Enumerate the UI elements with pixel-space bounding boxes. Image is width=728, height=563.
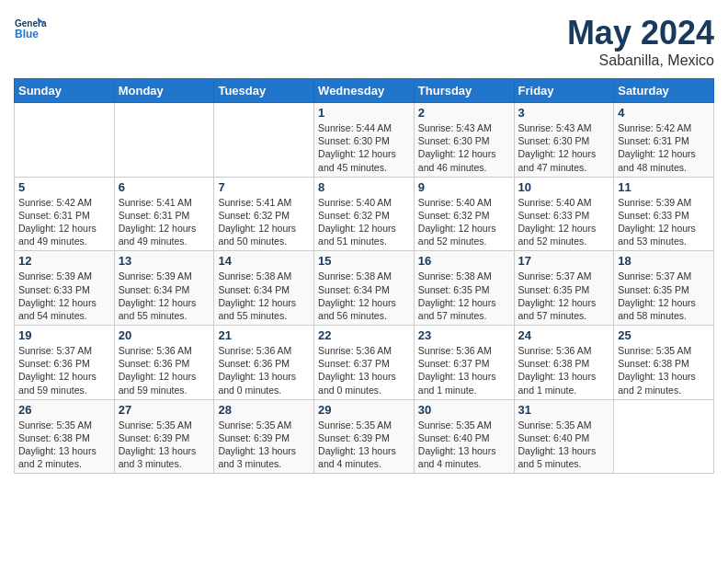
day-info: Sunrise: 5:35 AMSunset: 6:40 PMDaylight:… (418, 419, 510, 471)
calendar-cell: 8Sunrise: 5:40 AMSunset: 6:32 PMDaylight… (314, 177, 415, 251)
calendar-cell: 15Sunrise: 5:38 AMSunset: 6:34 PMDayligh… (314, 251, 415, 326)
day-number: 19 (18, 328, 110, 342)
page-header: General Blue May 2024 Sabanilla, Mexico (14, 14, 714, 69)
calendar-cell: 20Sunrise: 5:36 AMSunset: 6:36 PMDayligh… (114, 326, 214, 400)
day-info: Sunrise: 5:37 AMSunset: 6:35 PMDaylight:… (518, 270, 610, 322)
day-number: 4 (618, 106, 710, 120)
day-info: Sunrise: 5:35 AMSunset: 6:39 PMDaylight:… (119, 419, 210, 471)
day-number: 8 (318, 180, 410, 194)
day-info: Sunrise: 5:43 AMSunset: 6:30 PMDaylight:… (418, 121, 510, 174)
day-number: 18 (618, 254, 710, 268)
calendar-cell (214, 103, 314, 178)
calendar-cell: 1Sunrise: 5:44 AMSunset: 6:30 PMDaylight… (314, 103, 415, 178)
day-info: Sunrise: 5:38 AMSunset: 6:34 PMDaylight:… (318, 270, 410, 322)
calendar-cell: 14Sunrise: 5:38 AMSunset: 6:34 PMDayligh… (214, 251, 314, 326)
day-info: Sunrise: 5:36 AMSunset: 6:38 PMDaylight:… (518, 344, 610, 396)
day-number: 6 (119, 180, 210, 194)
day-number: 26 (18, 403, 110, 417)
calendar-cell: 19Sunrise: 5:37 AMSunset: 6:36 PMDayligh… (15, 326, 115, 400)
calendar-table: SundayMondayTuesdayWednesdayThursdayFrid… (14, 78, 714, 474)
calendar-cell: 28Sunrise: 5:35 AMSunset: 6:39 PMDayligh… (214, 399, 314, 474)
day-number: 9 (418, 180, 510, 194)
calendar-cell: 29Sunrise: 5:35 AMSunset: 6:39 PMDayligh… (314, 399, 415, 474)
day-info: Sunrise: 5:36 AMSunset: 6:37 PMDaylight:… (318, 344, 410, 396)
calendar-cell: 30Sunrise: 5:35 AMSunset: 6:40 PMDayligh… (414, 399, 514, 474)
day-info: Sunrise: 5:37 AMSunset: 6:36 PMDaylight:… (18, 344, 110, 396)
calendar-cell: 2Sunrise: 5:43 AMSunset: 6:30 PMDaylight… (414, 103, 514, 178)
day-number: 16 (418, 254, 510, 268)
calendar-cell (614, 399, 714, 474)
weekday-header-tuesday: Tuesday (214, 79, 314, 103)
weekday-header-thursday: Thursday (414, 79, 514, 103)
day-number: 7 (218, 180, 310, 194)
weekday-header-saturday: Saturday (614, 79, 714, 103)
day-number: 31 (518, 403, 610, 417)
day-number: 14 (218, 254, 310, 268)
calendar-cell: 7Sunrise: 5:41 AMSunset: 6:32 PMDaylight… (214, 177, 314, 251)
calendar-cell: 5Sunrise: 5:42 AMSunset: 6:31 PMDaylight… (15, 177, 115, 251)
calendar-cell: 4Sunrise: 5:42 AMSunset: 6:31 PMDaylight… (614, 103, 714, 178)
calendar-cell (15, 103, 115, 178)
day-info: Sunrise: 5:36 AMSunset: 6:36 PMDaylight:… (218, 344, 310, 396)
day-info: Sunrise: 5:35 AMSunset: 6:39 PMDaylight:… (318, 419, 410, 471)
logo: General Blue (14, 14, 47, 47)
weekday-header-wednesday: Wednesday (314, 79, 415, 103)
day-number: 28 (218, 403, 310, 417)
day-number: 22 (318, 328, 410, 342)
day-info: Sunrise: 5:39 AMSunset: 6:33 PMDaylight:… (618, 196, 710, 248)
calendar-week-row: 19Sunrise: 5:37 AMSunset: 6:36 PMDayligh… (15, 326, 714, 400)
day-number: 2 (418, 106, 510, 120)
calendar-cell: 6Sunrise: 5:41 AMSunset: 6:31 PMDaylight… (114, 177, 214, 251)
day-number: 21 (218, 328, 310, 342)
day-number: 11 (618, 180, 710, 194)
weekday-header-friday: Friday (514, 79, 614, 103)
calendar-week-row: 1Sunrise: 5:44 AMSunset: 6:30 PMDaylight… (15, 103, 714, 178)
day-number: 15 (318, 254, 410, 268)
day-info: Sunrise: 5:36 AMSunset: 6:37 PMDaylight:… (418, 344, 510, 396)
day-number: 29 (318, 403, 410, 417)
day-info: Sunrise: 5:39 AMSunset: 6:34 PMDaylight:… (119, 270, 210, 322)
day-info: Sunrise: 5:44 AMSunset: 6:30 PMDaylight:… (318, 121, 410, 174)
calendar-cell: 17Sunrise: 5:37 AMSunset: 6:35 PMDayligh… (514, 251, 614, 326)
calendar-cell: 10Sunrise: 5:40 AMSunset: 6:33 PMDayligh… (514, 177, 614, 251)
day-info: Sunrise: 5:35 AMSunset: 6:40 PMDaylight:… (518, 419, 610, 471)
day-info: Sunrise: 5:43 AMSunset: 6:30 PMDaylight:… (518, 121, 610, 174)
day-info: Sunrise: 5:36 AMSunset: 6:36 PMDaylight:… (119, 344, 210, 396)
day-number: 20 (119, 328, 210, 342)
calendar-cell: 27Sunrise: 5:35 AMSunset: 6:39 PMDayligh… (114, 399, 214, 474)
calendar-cell: 31Sunrise: 5:35 AMSunset: 6:40 PMDayligh… (514, 399, 614, 474)
calendar-cell: 18Sunrise: 5:37 AMSunset: 6:35 PMDayligh… (614, 251, 714, 326)
day-info: Sunrise: 5:40 AMSunset: 6:32 PMDaylight:… (318, 196, 410, 248)
day-info: Sunrise: 5:40 AMSunset: 6:32 PMDaylight:… (418, 196, 510, 248)
month-title: May 2024 (567, 14, 714, 52)
weekday-header-row: SundayMondayTuesdayWednesdayThursdayFrid… (15, 79, 714, 103)
calendar-cell: 25Sunrise: 5:35 AMSunset: 6:38 PMDayligh… (614, 326, 714, 400)
day-number: 12 (18, 254, 110, 268)
day-number: 25 (618, 328, 710, 342)
day-info: Sunrise: 5:39 AMSunset: 6:33 PMDaylight:… (18, 270, 110, 322)
calendar-cell: 24Sunrise: 5:36 AMSunset: 6:38 PMDayligh… (514, 326, 614, 400)
calendar-cell: 26Sunrise: 5:35 AMSunset: 6:38 PMDayligh… (15, 399, 115, 474)
day-info: Sunrise: 5:40 AMSunset: 6:33 PMDaylight:… (518, 196, 610, 248)
weekday-header-monday: Monday (114, 79, 214, 103)
calendar-cell (114, 103, 214, 178)
location: Sabanilla, Mexico (567, 52, 714, 69)
calendar-cell: 21Sunrise: 5:36 AMSunset: 6:36 PMDayligh… (214, 326, 314, 400)
day-info: Sunrise: 5:41 AMSunset: 6:31 PMDaylight:… (119, 196, 210, 248)
calendar-cell: 11Sunrise: 5:39 AMSunset: 6:33 PMDayligh… (614, 177, 714, 251)
calendar-cell: 13Sunrise: 5:39 AMSunset: 6:34 PMDayligh… (114, 251, 214, 326)
calendar-week-row: 5Sunrise: 5:42 AMSunset: 6:31 PMDaylight… (15, 177, 714, 251)
day-number: 24 (518, 328, 610, 342)
day-number: 13 (119, 254, 210, 268)
day-number: 23 (418, 328, 510, 342)
weekday-header-sunday: Sunday (15, 79, 115, 103)
day-number: 1 (318, 106, 410, 120)
day-info: Sunrise: 5:42 AMSunset: 6:31 PMDaylight:… (18, 196, 110, 248)
day-info: Sunrise: 5:42 AMSunset: 6:31 PMDaylight:… (618, 121, 710, 174)
calendar-week-row: 12Sunrise: 5:39 AMSunset: 6:33 PMDayligh… (15, 251, 714, 326)
day-info: Sunrise: 5:35 AMSunset: 6:38 PMDaylight:… (618, 344, 710, 396)
calendar-cell: 9Sunrise: 5:40 AMSunset: 6:32 PMDaylight… (414, 177, 514, 251)
calendar-week-row: 26Sunrise: 5:35 AMSunset: 6:38 PMDayligh… (15, 399, 714, 474)
calendar-cell: 22Sunrise: 5:36 AMSunset: 6:37 PMDayligh… (314, 326, 415, 400)
logo-svg: General Blue (14, 14, 47, 47)
